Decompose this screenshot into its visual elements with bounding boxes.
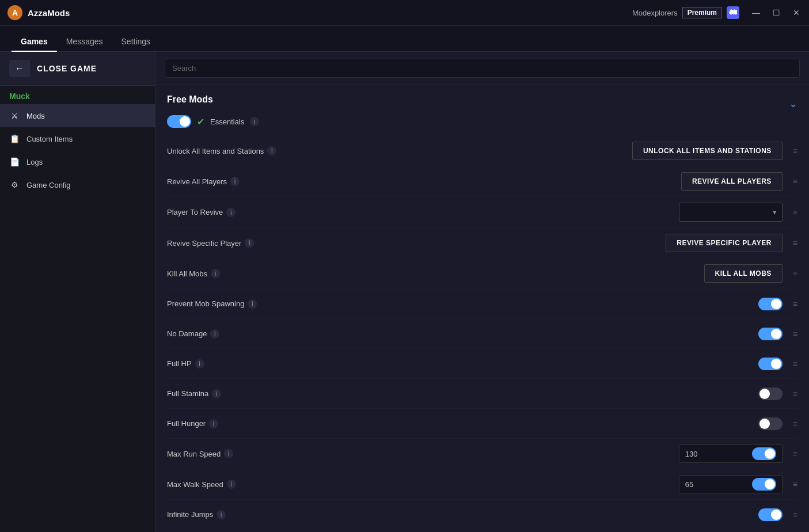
max-walk-speed-info-icon[interactable]: i [227,480,236,489]
close-button[interactable]: ✕ [791,7,802,18]
max-walk-speed-value: 65 [685,480,746,489]
infinite-jumps-menu-icon[interactable]: ≡ [793,510,797,519]
full-hunger-menu-icon[interactable]: ≡ [793,419,797,428]
mod-label-max-walk-speed: Max Walk Speed i [167,480,484,489]
full-hp-toggle[interactable] [758,358,783,370]
section-collapse-icon[interactable]: ⌄ [789,97,797,110]
essentials-info-icon[interactable]: i [250,117,259,126]
full-hp-info-icon[interactable]: i [195,359,204,368]
revive-all-menu-icon[interactable]: ≡ [793,177,797,186]
mod-row-infinite-jumps: Infinite Jumps i ≡ [167,500,797,530]
search-input[interactable] [165,59,800,78]
player-to-revive-info-icon[interactable]: i [226,208,236,217]
prevent-mob-info-icon[interactable]: i [248,299,257,309]
mod-control-no-damage: ≡ [484,328,797,340]
sidebar-menu: ⚔ Mods 📋 Custom Items 📄 Logs ⚙ Game Conf… [0,104,155,196]
mod-row-max-run-speed: Max Run Speed i 130 ≡ [167,439,797,469]
mod-label-revive-specific: Revive Specific Player i [167,238,484,248]
content-area: Free Mods ⌄ ✔ Essentials i Unlock All It… [155,52,809,532]
max-walk-speed-toggle[interactable] [752,478,776,491]
mods-content: Free Mods ⌄ ✔ Essentials i Unlock All It… [155,85,809,532]
revive-specific-menu-icon[interactable]: ≡ [793,238,797,248]
mod-control-full-stamina: ≡ [484,387,797,400]
no-damage-info-icon[interactable]: i [210,329,219,339]
mod-row-unlock-all: Unlock All Items and Stations i UNLOCK A… [167,136,797,166]
nav-bar: Games Messages Settings [0,26,809,52]
max-run-speed-input-box: 130 [679,444,783,463]
mod-control-max-run-speed: 130 ≡ [484,444,797,463]
mod-row-full-stamina: Full Stamina i ≡ [167,379,797,409]
maximize-button[interactable]: ☐ [770,7,783,18]
mod-label-infinite-jumps: Infinite Jumps i [167,510,484,519]
essentials-toggle[interactable] [167,115,191,128]
max-run-speed-info-icon[interactable]: i [224,449,233,458]
mod-row-revive-specific: Revive Specific Player i REVIVE SPECIFIC… [167,228,797,259]
game-title: Muck [0,86,155,104]
mod-control-max-walk-speed: 65 ≡ [484,475,797,493]
minimize-button[interactable]: — [750,7,762,18]
full-stamina-info-icon[interactable]: i [212,389,221,398]
full-stamina-toggle[interactable] [758,387,783,400]
essentials-row: ✔ Essentials i [167,115,797,128]
close-game-label: CLOSE GAME [37,64,97,73]
custom-items-icon: 📋 [9,134,20,144]
full-hp-menu-icon[interactable]: ≡ [793,359,797,368]
max-walk-speed-input-box: 65 [679,475,783,493]
max-run-speed-menu-icon[interactable]: ≡ [793,449,797,458]
title-bar-left: A AzzaMods [7,5,70,21]
unlock-all-button[interactable]: UNLOCK ALL ITEMS AND STATIONS [632,142,783,160]
mod-label-max-run-speed: Max Run Speed i [167,449,484,458]
kill-all-mobs-button[interactable]: KILL ALL MOBS [704,264,783,283]
sidebar-item-logs-label: Logs [26,158,43,166]
sidebar-item-custom-items[interactable]: 📋 Custom Items [0,127,155,150]
sidebar-item-game-config[interactable]: ⚙ Game Config [0,173,155,196]
title-bar: A AzzaMods Modexplorers Premium — ☐ ✕ [0,0,809,26]
mod-label-prevent-mob-spawning: Prevent Mob Spawning i [167,299,484,309]
user-name: Modexplorers [632,9,678,17]
full-stamina-menu-icon[interactable]: ≡ [793,389,797,398]
mod-control-revive-all: REVIVE ALL PLAYERS ≡ [484,172,797,191]
mod-row-max-walk-speed: Max Walk Speed i 65 ≡ [167,469,797,500]
mod-row-no-damage: No Damage i ≡ [167,319,797,349]
unlock-all-info-icon[interactable]: i [267,146,276,155]
revive-all-info-icon[interactable]: i [230,177,240,186]
tab-games[interactable]: Games [12,32,57,52]
mod-control-player-to-revive: ▾ ≡ [484,203,797,222]
tab-messages[interactable]: Messages [57,32,112,52]
revive-specific-info-icon[interactable]: i [245,238,254,248]
infinite-jumps-info-icon[interactable]: i [217,510,226,519]
essentials-label: Essentials [210,117,244,126]
sidebar-item-mods-label: Mods [26,112,45,120]
tab-settings[interactable]: Settings [112,32,160,52]
prevent-mob-spawning-toggle[interactable] [758,298,783,310]
sidebar-item-mods[interactable]: ⚔ Mods [0,104,155,127]
svg-text:A: A [12,8,18,17]
player-to-revive-menu-icon[interactable]: ≡ [793,208,797,217]
mods-icon: ⚔ [9,111,20,121]
player-to-revive-dropdown-wrapper: ▾ [679,203,783,222]
revive-all-button[interactable]: REVIVE ALL PLAYERS [681,172,783,191]
revive-specific-button[interactable]: REVIVE SPECIFIC PLAYER [666,234,783,252]
max-run-speed-value: 130 [685,450,746,458]
infinite-jumps-toggle[interactable] [758,508,783,521]
no-damage-menu-icon[interactable]: ≡ [793,329,797,339]
full-hunger-toggle[interactable] [758,417,783,430]
full-hunger-info-icon[interactable]: i [209,419,218,428]
player-to-revive-select[interactable] [679,203,783,222]
max-run-speed-toggle[interactable] [752,447,776,460]
unlock-all-menu-icon[interactable]: ≡ [793,146,797,155]
sidebar-item-logs[interactable]: 📄 Logs [0,150,155,173]
kill-all-mobs-info-icon[interactable]: i [211,269,220,278]
prevent-mob-menu-icon[interactable]: ≡ [793,299,797,309]
max-walk-speed-menu-icon[interactable]: ≡ [793,480,797,489]
kill-all-mobs-menu-icon[interactable]: ≡ [793,269,797,278]
mod-row-last: 1000 ≡ [167,530,797,532]
mod-row-revive-all: Revive All Players i REVIVE ALL PLAYERS … [167,166,797,197]
discord-icon[interactable] [727,6,739,19]
mod-label-full-hunger: Full Hunger i [167,419,484,428]
close-game-button[interactable]: ← CLOSE GAME [0,52,155,86]
no-damage-toggle[interactable] [758,328,783,340]
mod-label-revive-all: Revive All Players i [167,177,484,186]
mod-control-kill-all-mobs: KILL ALL MOBS ≡ [484,264,797,283]
back-arrow-icon: ← [9,60,30,77]
